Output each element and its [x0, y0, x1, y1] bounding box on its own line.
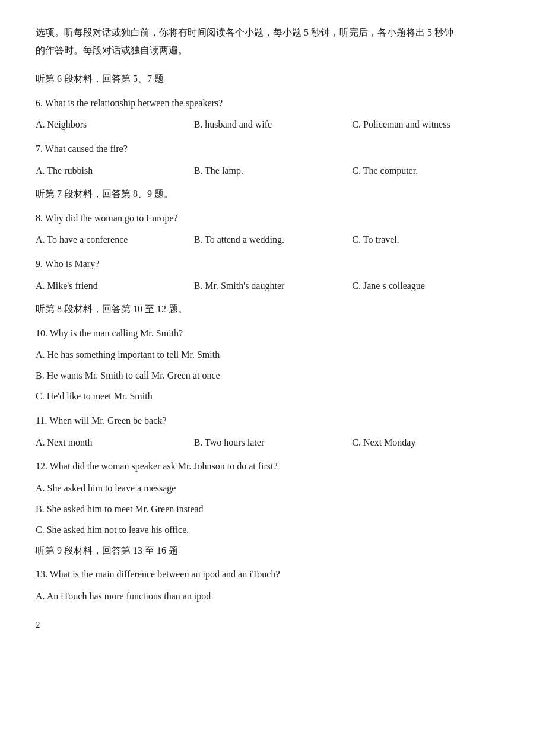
section-header-8: 听第 8 段材料，回答第 10 至 12 题。 [36, 301, 510, 318]
options-row-11: A. Next month B. Two hours later C. Next… [36, 434, 510, 452]
option-12a: A. She asked him to leave a message [36, 480, 510, 497]
options-block-13: A. An iTouch has more functions than an … [36, 588, 510, 605]
option-13a: A. An iTouch has more functions than an … [36, 588, 510, 605]
option-11a: A. Next month [36, 434, 194, 452]
option-9a: A. Mike's friend [36, 278, 194, 295]
option-7b: B. The lamp. [194, 163, 353, 180]
intro-line2: 的作答时。每段对话或独自读两遍。 [36, 45, 188, 55]
intro-text: 选项。听每段对话或独白前，你将有时间阅读各个小题，每小题 5 秒钟，听完后，各小… [36, 24, 510, 60]
question-11: 11. When will Mr. Green be back? [36, 412, 510, 430]
question-7: 7. What caused the fire? [36, 141, 510, 158]
option-7a: A. The rubbish [36, 163, 194, 180]
option-10c: C. He'd like to meet Mr. Smith [36, 388, 510, 405]
option-7c: C. The computer. [352, 163, 510, 180]
option-12c: C. She asked him not to leave his office… [36, 522, 510, 539]
options-row-9: A. Mike's friend B. Mr. Smith's daughter… [36, 278, 510, 295]
option-11c: C. Next Monday [352, 434, 510, 452]
option-11b: B. Two hours later [194, 434, 353, 452]
page-number: 2 [36, 617, 510, 633]
options-row-7: A. The rubbish B. The lamp. C. The compu… [36, 163, 510, 180]
options-row-6: A. Neighbors B. husband and wife C. Poli… [36, 116, 510, 134]
option-10a: A. He has something important to tell Mr… [36, 347, 510, 364]
question-6: 6. What is the relationship between the … [36, 95, 510, 112]
intro-line1: 选项。听每段对话或独白前，你将有时间阅读各个小题，每小题 5 秒钟，听完后，各小… [36, 27, 453, 37]
option-8b: B. To attend a wedding. [194, 231, 353, 249]
option-6b: B. husband and wife [194, 116, 353, 134]
option-8a: A. To have a conference [36, 231, 194, 249]
option-10b: B. He wants Mr. Smith to call Mr. Green … [36, 367, 510, 385]
section-header-6: 听第 6 段材料，回答第 5、7 题 [36, 71, 510, 88]
option-9b: B. Mr. Smith's daughter [194, 278, 353, 295]
section-header-9: 听第 9 段材料，回答第 13 至 16 题 [36, 542, 510, 560]
options-row-8: A. To have a conference B. To attend a w… [36, 231, 510, 249]
question-13: 13. What is the main difference between … [36, 566, 510, 583]
question-12: 12. What did the woman speaker ask Mr. J… [36, 458, 510, 475]
option-9c: C. Jane s colleague [352, 278, 510, 295]
option-12b: B. She asked him to meet Mr. Green inste… [36, 501, 510, 518]
option-6c: C. Policeman and witness [352, 116, 510, 134]
options-block-10: A. He has something important to tell Mr… [36, 347, 510, 405]
options-block-12: A. She asked him to leave a message B. S… [36, 480, 510, 538]
option-6a: A. Neighbors [36, 116, 194, 134]
section-header-7: 听第 7 段材料，回答第 8、9 题。 [36, 186, 510, 203]
option-8c: C. To travel. [352, 231, 510, 249]
question-10: 10. Why is the man calling Mr. Smith? [36, 325, 510, 342]
question-8: 8. Why did the woman go to Europe? [36, 210, 510, 227]
question-9: 9. Who is Mary? [36, 256, 510, 273]
